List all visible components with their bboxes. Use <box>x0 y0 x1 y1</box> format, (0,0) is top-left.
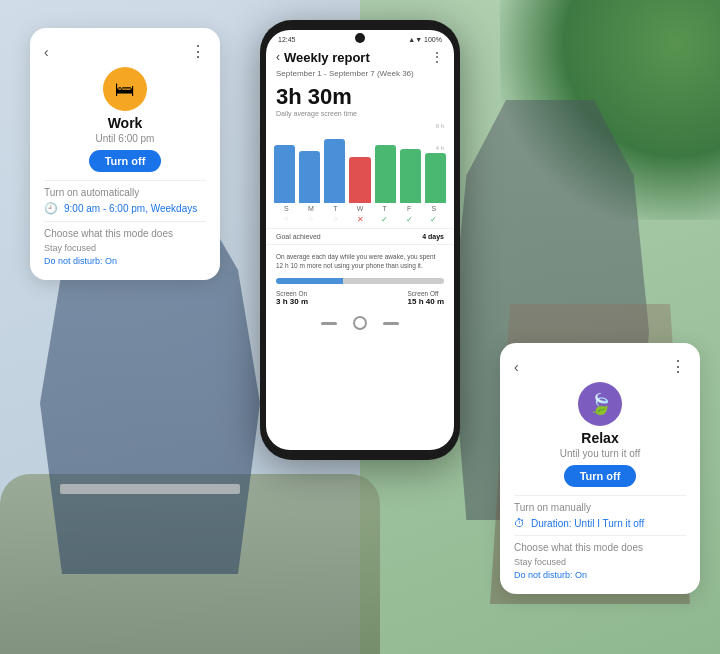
phone-back[interactable]: ‹ <box>276 50 280 64</box>
work-mode-card: ‹ ⋮ 🛏 Work Until 6:00 pm Turn off Turn o… <box>30 28 220 280</box>
relax-clock-icon: ⏱ <box>514 517 525 529</box>
label-m: M <box>299 205 324 212</box>
bar-wed <box>349 157 370 203</box>
relax-section-title: Choose what this mode does <box>514 542 686 553</box>
screen-time-value: 3h 30m <box>266 82 454 110</box>
relax-until: Until you turn it off <box>514 448 686 459</box>
chart-labels: S M T W T F S <box>266 203 454 214</box>
goal-value: 4 days <box>422 233 444 240</box>
icon-s1: ○ <box>274 215 299 224</box>
relax-dnd: Do not disturb: On <box>514 570 686 580</box>
phone-menu[interactable]: ⋮ <box>430 49 444 65</box>
relax-card-back[interactable]: ‹ <box>514 359 519 375</box>
bar-sat <box>425 153 446 203</box>
relax-schedule: Duration: Until I Turn it off <box>531 518 644 529</box>
bar-sun <box>274 145 295 203</box>
screen-off-group: Screen Off 15 h 40 m <box>408 290 444 306</box>
screen-on-label: Screen On <box>276 290 308 297</box>
phone-outer: 12:45 ▲▼ 100% ‹ Weekly report ⋮ Septembe… <box>260 20 460 460</box>
work-divider1 <box>44 180 206 181</box>
chart-icons: ○ ○ ○ ✕ ✓ ✓ ✓ <box>266 214 454 225</box>
usage-description: On average each day while you were awake… <box>266 248 454 274</box>
usage-bar <box>276 278 444 284</box>
label-w: W <box>348 205 373 212</box>
phone-date: September 1 - September 7 (Week 36) <box>266 69 454 82</box>
home-btn[interactable] <box>353 316 367 330</box>
work-icon-circle: 🛏 <box>103 67 147 111</box>
label-t2: T <box>372 205 397 212</box>
relax-stay-focused: Stay focused <box>514 557 686 567</box>
back-btn[interactable] <box>321 322 337 325</box>
home-bar <box>266 308 454 334</box>
phone-title: Weekly report <box>284 50 426 65</box>
icon-f: ✓ <box>397 215 422 224</box>
relax-turn-off-button[interactable]: Turn off <box>564 465 637 487</box>
work-section-title: Choose what this mode does <box>44 228 206 239</box>
work-card-back[interactable]: ‹ <box>44 44 49 60</box>
screen-on-group: Screen On 3 h 30 m <box>276 290 308 306</box>
goal-row: Goal achieved 4 days <box>266 228 454 245</box>
screen-on-value: 3 h 30 m <box>276 297 308 306</box>
work-auto-label: Turn on automatically <box>44 187 206 198</box>
work-dnd: Do not disturb: On <box>44 256 206 266</box>
phone-camera <box>355 33 365 43</box>
label-f: F <box>397 205 422 212</box>
goal-label: Goal achieved <box>276 233 321 240</box>
work-stay-focused: Stay focused <box>44 243 206 253</box>
work-mode-name: Work <box>44 115 206 131</box>
phone-header: ‹ Weekly report ⋮ <box>266 45 454 69</box>
relax-card-menu[interactable]: ⋮ <box>670 357 686 376</box>
icon-t2: ✓ <box>372 215 397 224</box>
work-schedule: 9:00 am - 6:00 pm, Weekdays <box>64 203 197 214</box>
laptop-body <box>60 484 240 494</box>
relax-mode-name: Relax <box>514 430 686 446</box>
chart <box>266 123 454 203</box>
label-s2: S <box>421 205 446 212</box>
relax-divider1 <box>514 495 686 496</box>
relax-auto-label: Turn on manually <box>514 502 686 513</box>
bar-tue <box>324 139 345 203</box>
relax-divider2 <box>514 535 686 536</box>
usage-labels: Screen On 3 h 30 m Screen Off 15 h 40 m <box>266 288 454 308</box>
bar-thu <box>375 145 396 203</box>
bar-fri <box>400 149 421 203</box>
icon-m: ○ <box>299 215 324 224</box>
status-time: 12:45 <box>278 36 296 43</box>
status-signal: ▲▼ 100% <box>408 36 442 43</box>
icon-t1: ○ <box>323 215 348 224</box>
relax-mode-card: ‹ ⋮ 🍃 Relax Until you turn it off Turn o… <box>500 343 700 594</box>
screen-time-label: Daily average screen time <box>266 110 454 123</box>
icon-w: ✕ <box>348 215 373 224</box>
icon-s2: ✓ <box>421 215 446 224</box>
label-s1: S <box>274 205 299 212</box>
recent-btn[interactable] <box>383 322 399 325</box>
bar-mon <box>299 151 320 203</box>
relax-icon: 🍃 <box>588 392 613 416</box>
phone: 12:45 ▲▼ 100% ‹ Weekly report ⋮ Septembe… <box>260 20 460 460</box>
work-card-menu[interactable]: ⋮ <box>190 42 206 61</box>
work-turn-off-button[interactable]: Turn off <box>89 150 162 172</box>
screen-off-label: Screen Off <box>408 290 444 297</box>
label-t1: T <box>323 205 348 212</box>
work-clock-icon: 🕘 <box>44 202 58 215</box>
phone-screen: 12:45 ▲▼ 100% ‹ Weekly report ⋮ Septembe… <box>266 30 454 450</box>
work-until: Until 6:00 pm <box>44 133 206 144</box>
work-divider2 <box>44 221 206 222</box>
relax-icon-circle: 🍃 <box>578 382 622 426</box>
work-icon: 🛏 <box>115 78 135 101</box>
screen-off-value: 15 h 40 m <box>408 297 444 306</box>
